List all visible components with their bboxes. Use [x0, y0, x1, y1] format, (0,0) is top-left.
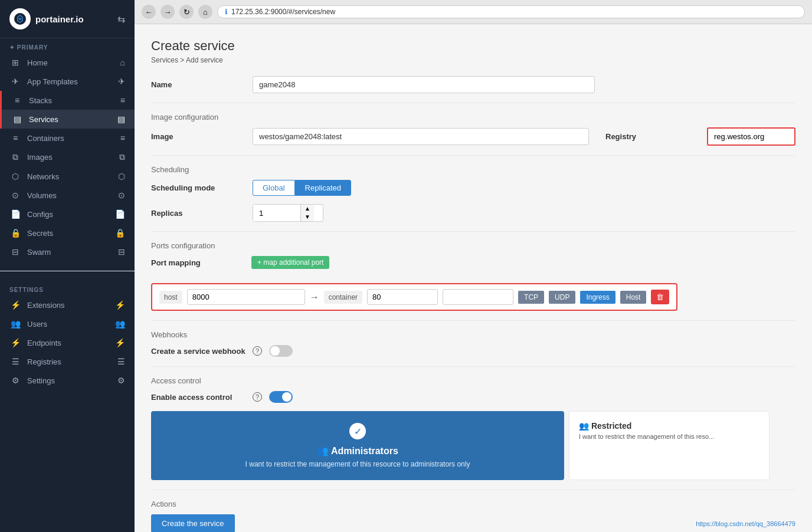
svg-point-1: [19, 18, 21, 20]
create-service-button[interactable]: Create the service: [151, 514, 235, 532]
secrets-icon: 🔒: [9, 228, 21, 238]
sidebar-item-registries[interactable]: ☰ Registries ☰: [0, 352, 135, 371]
sidebar-item-stacks[interactable]: ≡ Stacks ≡: [0, 91, 135, 110]
tcp-button[interactable]: TCP: [518, 291, 544, 304]
port-extra-input[interactable]: [443, 289, 513, 305]
enable-ac-label: Enable access control: [151, 393, 245, 402]
image-input[interactable]: [253, 128, 589, 145]
containers-icon: ≡: [9, 133, 21, 143]
restricted-card-title: 👥 Restricted: [579, 421, 759, 431]
sidebar-item-configs[interactable]: 📄 Configs 📄: [0, 205, 135, 224]
browser-chrome: ← → ↻ ⌂ ℹ 172.25.36.2:9000/#/services/ne…: [135, 0, 812, 24]
ext-icon-right: ⚡: [115, 300, 125, 310]
access-control-heading: Access control: [151, 376, 795, 385]
access-cards-row: ✓ 👥 Administrators I want to restrict th…: [151, 411, 795, 480]
sidebar-item-users[interactable]: 👥 Users 👥: [0, 314, 135, 333]
home-icon: ⊞: [9, 58, 21, 67]
sidebar-item-swarm[interactable]: ⊟ Swarm ⊟: [0, 242, 135, 261]
sidebar-item-networks[interactable]: ⬡ Networks ⬡: [0, 167, 135, 186]
webhook-toggle[interactable]: [269, 345, 293, 357]
replicas-input-wrap: ▲ ▼: [253, 204, 323, 222]
swarm-icon-right: ⊟: [118, 247, 125, 257]
sidebar-item-label: Home: [27, 58, 48, 67]
users-icon: 👥: [9, 319, 21, 329]
sidebar-item-label: Registries: [27, 357, 61, 366]
breadcrumb-current: Add service: [186, 56, 223, 64]
sidebar-item-label: Configs: [27, 210, 53, 219]
sidebar-item-label: Containers: [27, 134, 64, 143]
networks-icon: ⬡: [9, 172, 21, 181]
settings-group-label: SETTINGS: [0, 281, 135, 295]
global-mode-button[interactable]: Global: [253, 180, 295, 196]
sidebar-item-settings[interactable]: ⚙ Settings ⚙: [0, 371, 135, 390]
webhooks-heading: Webhooks: [151, 330, 795, 339]
name-label: Name: [151, 80, 245, 89]
host-button[interactable]: Host: [620, 291, 647, 304]
registries-icon: ☰: [9, 357, 21, 366]
sidebar-item-extensions[interactable]: ⚡ Extensions ⚡: [0, 295, 135, 314]
restricted-card-desc: I want to restrict the management of thi…: [579, 433, 759, 440]
container-port-input[interactable]: [367, 289, 438, 305]
endpoints-icon-right: ⚡: [115, 338, 125, 347]
sidebar-logo: portainer.io ⇆: [0, 0, 135, 38]
sidebar-item-services[interactable]: ▤ Services ▤: [0, 110, 135, 129]
replicas-up-button[interactable]: ▲: [301, 205, 314, 213]
enable-ac-row: Enable access control ?: [151, 391, 795, 403]
sidebar-item-label: Swarm: [27, 248, 51, 257]
webhook-info-icon[interactable]: ?: [253, 346, 262, 356]
map-additional-port-button[interactable]: + map additional port: [251, 256, 329, 269]
url-text: 172.25.36.2:9000/#/services/new: [231, 8, 335, 16]
back-button[interactable]: ←: [142, 5, 156, 19]
port-mapping-label: Port mapping: [151, 258, 245, 267]
administrators-card[interactable]: ✓ 👥 Administrators I want to restrict th…: [151, 411, 564, 480]
replicas-row: Replicas ▲ ▼: [151, 204, 795, 222]
volumes-icon-right: ⊙: [118, 191, 125, 200]
image-config-heading: Image configuration: [151, 113, 795, 121]
name-input[interactable]: [253, 76, 595, 93]
sidebar-transfer-icon[interactable]: ⇆: [117, 14, 125, 25]
refresh-button[interactable]: ↻: [179, 5, 194, 19]
scheduling-mode-row: Scheduling mode Global Replicated: [151, 180, 795, 196]
sidebar-item-endpoints[interactable]: ⚡ Endpoints ⚡: [0, 333, 135, 352]
app-templates-icon-right: ✈: [118, 77, 125, 86]
replicas-input[interactable]: [253, 205, 300, 221]
primary-label: ✦ PRIMARY: [0, 38, 135, 53]
footer-url: https://blog.csdn.net/qq_38664479: [696, 520, 795, 527]
actions-row: Create the service https://blog.csdn.net…: [151, 514, 795, 532]
services-icon-right: ▤: [117, 114, 125, 124]
sidebar-item-containers[interactable]: ≡ Containers ≡: [0, 129, 135, 147]
sidebar-item-label: Volumes: [27, 191, 57, 200]
registry-input[interactable]: [707, 127, 795, 146]
sidebar-item-app-templates[interactable]: ✈ App Templates ✈: [0, 72, 135, 91]
ac-toggle[interactable]: [269, 391, 293, 403]
udp-button[interactable]: UDP: [549, 291, 575, 304]
sidebar-item-label: Endpoints: [27, 339, 61, 347]
swarm-icon: ⊟: [9, 247, 21, 257]
scheduling-mode-label: Scheduling mode: [151, 183, 245, 192]
forward-button[interactable]: →: [161, 5, 175, 19]
scheduling-heading: Scheduling: [151, 165, 795, 174]
replicas-label: Replicas: [151, 209, 245, 218]
sidebar-item-images[interactable]: ⧉ Images ⧉: [0, 147, 135, 167]
ingress-button[interactable]: Ingress: [580, 291, 615, 304]
sidebar-item-volumes[interactable]: ⊙ Volumes ⊙: [0, 186, 135, 205]
ac-info-icon[interactable]: ?: [253, 392, 262, 402]
replicated-mode-button[interactable]: Replicated: [295, 180, 351, 196]
replicas-down-button[interactable]: ▼: [301, 213, 314, 221]
home-nav-button[interactable]: ⌂: [198, 5, 212, 19]
secrets-icon-right: 🔒: [115, 228, 125, 238]
restricted-icon: 👥: [579, 421, 591, 431]
sidebar-item-home[interactable]: ⊞ Home ⌂: [0, 53, 135, 72]
sidebar-item-secrets[interactable]: 🔒 Secrets 🔒: [0, 224, 135, 242]
sidebar-item-label: Services: [29, 115, 58, 124]
extensions-icon: ⚡: [9, 300, 21, 310]
admin-check-icon: ✓: [349, 423, 366, 439]
containers-icon-right: ≡: [120, 133, 125, 143]
content-area: Create service Services > Add service Na…: [135, 24, 812, 532]
breadcrumb-link[interactable]: Services: [151, 56, 178, 64]
host-port-input[interactable]: [187, 289, 305, 305]
webhook-label: Create a service webhook: [151, 347, 245, 356]
admin-card-title: 👥 Administrators: [163, 445, 552, 457]
restricted-card[interactable]: 👥 Restricted I want to restrict the mana…: [569, 411, 770, 480]
delete-port-button[interactable]: 🗑: [651, 290, 669, 304]
